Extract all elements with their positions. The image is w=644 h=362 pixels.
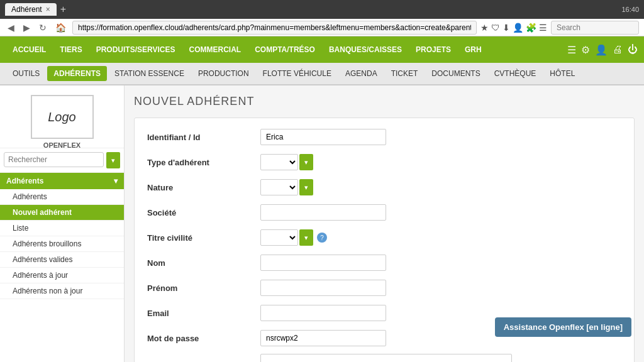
email-input[interactable] <box>260 305 386 321</box>
top-nav-item-tiers[interactable]: TIERS <box>53 41 88 58</box>
top-nav: ACCUEIL TIERS PRODUITS/SERVICES COMMERCI… <box>0 36 644 63</box>
sidebar-item-liste[interactable]: Liste <box>0 221 124 236</box>
new-tab-btn[interactable]: + <box>60 4 66 15</box>
sub-nav-item-agenda[interactable]: AGENDA <box>339 66 384 81</box>
sidebar-item-valides[interactable]: Adhérents valides <box>0 252 124 268</box>
browser-chrome: Adhérent × + 16:40 ◀ ▶ ↻ 🏠 ★ 🛡 ⬇ 👤 🧩 ☰ <box>0 0 644 36</box>
sub-nav: OUTILS ADHÉRENTS STATION ESSENCE PRODUCT… <box>0 63 644 85</box>
titre-dropdown-btn[interactable]: ▾ <box>299 229 313 246</box>
search-input[interactable] <box>551 21 639 35</box>
settings-icon[interactable]: ⚙ <box>581 44 590 56</box>
profile-icon[interactable]: 👤 <box>513 23 523 33</box>
mdp-input[interactable] <box>260 330 386 346</box>
logo-text: Logo <box>48 110 76 124</box>
hamburger-icon[interactable]: ☰ <box>567 44 576 56</box>
sidebar-logo: Logo OPENFLEX <box>0 85 124 148</box>
back-btn[interactable]: ◀ <box>5 21 17 34</box>
sidebar-search-input[interactable] <box>4 152 104 167</box>
nature-dropdown-btn[interactable]: ▾ <box>299 179 313 195</box>
titre-select[interactable] <box>260 229 298 246</box>
top-nav-item-compta[interactable]: COMPTA/TRÉSO <box>248 41 321 58</box>
top-nav-icons: ☰ ⚙ 👤 🖨 ⏻ <box>567 44 638 56</box>
sidebar-item-non-a-jour[interactable]: Adhérents non à jour <box>0 283 124 299</box>
sub-nav-item-flotte[interactable]: FLOTTE VÉHICULE <box>257 66 338 81</box>
titre-row: Titre civilité ▾ ? <box>147 228 621 247</box>
sub-nav-item-station[interactable]: STATION ESSENCE <box>108 66 191 81</box>
tab-title: Adhérent <box>11 5 42 14</box>
adresse-row: Adresse <box>147 354 621 362</box>
societe-input[interactable] <box>260 204 386 221</box>
home-btn[interactable]: 🏠 <box>53 21 69 34</box>
sub-nav-item-outils[interactable]: OUTILS <box>6 66 46 81</box>
sidebar-item-a-jour[interactable]: Adhérents à jour <box>0 268 124 283</box>
sub-nav-item-hotel[interactable]: HÔTEL <box>543 66 581 81</box>
extension-icon[interactable]: 🧩 <box>526 23 536 33</box>
nom-row: Nom <box>147 253 621 272</box>
societe-label: Société <box>147 208 260 217</box>
nom-input[interactable] <box>260 255 386 271</box>
sub-nav-item-production[interactable]: PRODUCTION <box>192 66 255 81</box>
prenom-label: Prénom <box>147 283 260 293</box>
browser-time: 16:40 <box>621 6 639 13</box>
sidebar-item-brouillons[interactable]: Adhérents brouillons <box>0 236 124 252</box>
user-icon[interactable]: 👤 <box>595 44 608 56</box>
download-icon[interactable]: ⬇ <box>502 23 510 33</box>
sub-nav-item-ticket[interactable]: TICKET <box>385 66 425 81</box>
prenom-row: Prénom <box>147 278 621 297</box>
print-icon[interactable]: 🖨 <box>613 44 623 55</box>
assistance-tooltip[interactable]: Assistance Openflex [en ligne] <box>495 317 631 337</box>
menu-icon[interactable]: ☰ <box>539 23 547 33</box>
bookmark-icon[interactable]: ★ <box>480 23 489 33</box>
top-nav-item-accueil[interactable]: ACCUEIL <box>6 41 52 58</box>
sidebar-section-label: Adhérents <box>6 177 43 185</box>
type-select[interactable] <box>260 154 298 170</box>
nature-label: Nature <box>147 183 260 192</box>
sub-nav-item-adherents[interactable]: ADHÉRENTS <box>47 66 107 81</box>
type-row: Type d'adhérent ▾ <box>147 153 621 172</box>
sidebar-section-adherents[interactable]: Adhérents ▾ <box>0 173 124 189</box>
shield-icon: 🛡 <box>491 23 500 33</box>
type-label: Type d'adhérent <box>147 158 260 167</box>
sub-nav-item-cvtheque[interactable]: CVTHÈQUE <box>488 66 543 81</box>
top-nav-item-banques[interactable]: BANQUES/CAISSES <box>323 41 408 58</box>
browser-toolbar-icons: ★ 🛡 ⬇ 👤 🧩 ☰ <box>480 23 547 33</box>
sidebar-search: ▾ <box>0 148 124 173</box>
identifiant-row: Identifiant / Id <box>147 128 621 146</box>
top-nav-item-projets[interactable]: PROJETS <box>409 41 457 58</box>
power-icon[interactable]: ⏻ <box>628 44 638 55</box>
titre-help-icon[interactable]: ? <box>317 233 327 243</box>
sub-nav-item-documents[interactable]: DOCUMENTS <box>425 66 486 81</box>
top-nav-item-grh[interactable]: GRH <box>458 41 488 58</box>
societe-row: Société <box>147 203 621 222</box>
nature-select-wrapper: ▾ <box>260 179 313 195</box>
identifiant-input[interactable] <box>260 129 386 145</box>
app-container: ACCUEIL TIERS PRODUITS/SERVICES COMMERCI… <box>0 36 644 362</box>
refresh-btn[interactable]: ↻ <box>36 21 49 34</box>
email-label: Email <box>147 309 260 318</box>
titre-label: Titre civilité <box>147 233 260 243</box>
type-select-wrapper: ▾ <box>260 154 313 170</box>
browser-tab-bar: Adhérent × + 16:40 <box>0 0 644 19</box>
sidebar-search-dropdown[interactable]: ▾ <box>106 152 120 168</box>
page-title: NOUVEL ADHÉRENT <box>134 95 635 108</box>
sidebar: Logo OPENFLEX ▾ Adhérents ▾ Adhérents No… <box>0 85 125 362</box>
sidebar-item-nouvel-adherent[interactable]: Nouvel adhérent <box>0 205 124 221</box>
logo-box: Logo <box>31 95 94 139</box>
sidebar-section-arrow: ▾ <box>114 177 118 185</box>
forward-btn[interactable]: ▶ <box>21 21 33 34</box>
mdp-label: Mot de passe <box>147 334 260 343</box>
type-dropdown-btn[interactable]: ▾ <box>299 154 313 170</box>
prenom-input[interactable] <box>260 280 386 296</box>
browser-tab[interactable]: Adhérent × <box>5 3 57 16</box>
top-nav-item-commercial[interactable]: COMMERCIAL <box>183 41 248 58</box>
sidebar-item-adherents[interactable]: Adhérents <box>0 189 124 205</box>
top-nav-item-produits[interactable]: PRODUITS/SERVICES <box>90 41 182 58</box>
titre-select-wrapper: ▾ ? <box>260 229 327 246</box>
address-input[interactable] <box>72 21 477 35</box>
identifiant-label: Identifiant / Id <box>147 133 260 142</box>
tab-close-btn[interactable]: × <box>46 5 50 14</box>
nature-row: Nature ▾ <box>147 178 621 197</box>
adresse-input[interactable] <box>260 354 512 362</box>
nom-label: Nom <box>147 258 260 268</box>
nature-select[interactable] <box>260 179 298 195</box>
